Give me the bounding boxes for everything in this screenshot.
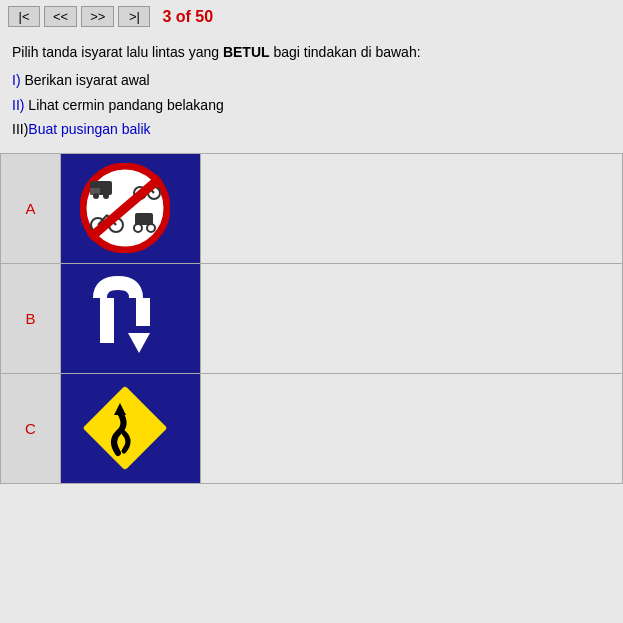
table-row: A [1,153,623,263]
item-label-2: II) [12,97,24,113]
option-a-description [201,153,623,263]
item-text-1: Berikan isyarat awal [21,72,150,88]
option-c-label[interactable]: C [1,373,61,483]
question-item-1: I) Berikan isyarat awal [12,69,611,91]
prev-button[interactable]: << [44,6,77,27]
item-text-3: Buat pusingan balik [28,121,150,137]
option-b-image [61,263,201,373]
bold-word: BETUL [223,44,270,60]
svg-point-3 [93,193,99,199]
question-item-2: II) Lihat cermin pandang belakang [12,94,611,116]
instruction-end: bagi tindakan di bawah: [270,44,421,60]
first-button[interactable]: |< [8,6,40,27]
svg-rect-19 [136,298,150,326]
option-a-label[interactable]: A [1,153,61,263]
next-button[interactable]: >> [81,6,114,27]
option-b-description [201,263,623,373]
sign-a-svg [80,163,170,253]
table-row: C [1,373,623,483]
svg-rect-18 [100,298,114,343]
navigation-bar: |< << >> >| 3 of 50 [0,0,623,33]
last-button[interactable]: >| [118,6,150,27]
option-c-image [61,373,201,483]
question-counter: 3 of 50 [162,8,213,26]
item-label-3: III) [12,121,28,137]
option-c-description [201,373,623,483]
item-label-1: I) [12,72,21,88]
question-area: Pilih tanda isyarat lalu lintas yang BET… [0,33,623,149]
sign-c-svg [80,383,170,473]
svg-marker-20 [128,333,150,353]
table-row: B [1,263,623,373]
option-b-label[interactable]: B [1,263,61,373]
svg-point-4 [103,193,109,199]
option-a-image [61,153,201,263]
question-instruction: Pilih tanda isyarat lalu lintas yang BET… [12,41,611,63]
item-text-2: Lihat cermin pandang belakang [24,97,223,113]
instruction-text: Pilih tanda isyarat lalu lintas yang [12,44,223,60]
sign-b-svg [80,273,170,363]
options-table: A [0,153,623,484]
question-item-3: III)Buat pusingan balik [12,118,611,140]
